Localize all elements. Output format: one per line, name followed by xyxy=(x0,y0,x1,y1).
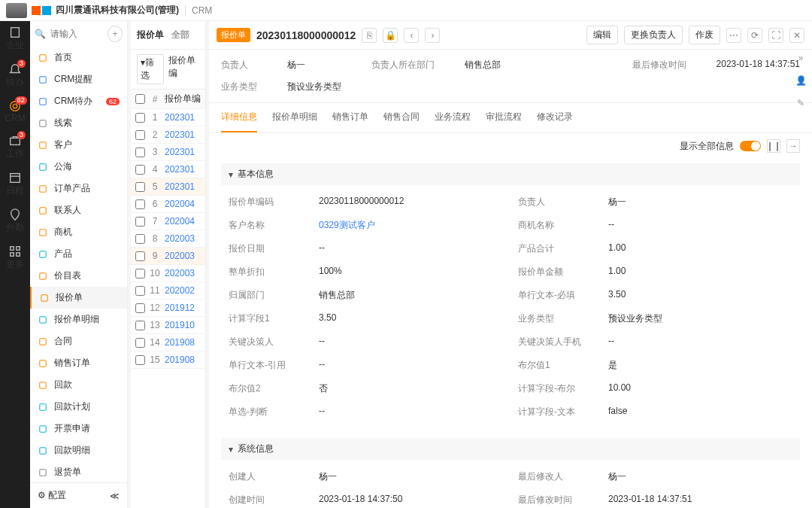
row-checkbox[interactable] xyxy=(135,148,145,157)
detail-tab[interactable]: 销售订单 xyxy=(332,103,368,132)
row-code-link[interactable]: 202003 xyxy=(165,233,195,244)
row-checkbox[interactable] xyxy=(135,199,145,209)
expand-icon[interactable]: ⛶ xyxy=(768,28,783,43)
detail-tab[interactable]: 详细信息 xyxy=(221,103,257,132)
sidebar-item[interactable]: 首页 xyxy=(30,47,127,68)
row-checkbox[interactable] xyxy=(135,217,145,227)
rail-briefcase[interactable]: 工作3 xyxy=(6,134,24,160)
rail-target[interactable]: CRM62 xyxy=(5,99,25,123)
sidebar-item[interactable]: 订单产品 xyxy=(30,178,127,199)
table-row[interactable]: 15201908 xyxy=(131,351,205,369)
table-row[interactable]: 14201908 xyxy=(131,334,205,351)
table-row[interactable]: 1202301 xyxy=(131,109,205,126)
show-all-toggle[interactable] xyxy=(740,141,761,151)
row-code-link[interactable]: 202301 xyxy=(165,181,195,192)
sidebar-item[interactable]: CRM待办62 xyxy=(30,90,127,112)
panel-edit-icon[interactable]: ✎ xyxy=(794,96,807,110)
rail-grid[interactable]: 更多 xyxy=(6,245,24,271)
row-checkbox[interactable] xyxy=(135,234,145,244)
table-row[interactable]: 6202004 xyxy=(131,196,205,213)
close-icon[interactable]: ✕ xyxy=(789,28,804,43)
section-basic[interactable]: ▾ 基本信息 xyxy=(221,163,800,185)
table-row[interactable]: 13201910 xyxy=(131,317,205,334)
table-row[interactable]: 3202301 xyxy=(131,144,205,161)
sidebar-item[interactable]: 公海 xyxy=(30,156,127,178)
row-checkbox[interactable] xyxy=(135,113,145,123)
row-checkbox[interactable] xyxy=(135,269,145,278)
detail-tab[interactable]: 业务流程 xyxy=(435,103,471,132)
panel-user-icon[interactable]: 👤 xyxy=(794,74,807,87)
select-all-checkbox[interactable] xyxy=(135,94,145,104)
sidebar-item[interactable]: 报价单 xyxy=(30,287,127,309)
row-code-link[interactable]: 202301 xyxy=(165,147,195,157)
row-checkbox[interactable] xyxy=(135,303,145,313)
rail-building[interactable]: 企业 xyxy=(6,26,24,52)
detail-tab[interactable]: 报价单明细 xyxy=(272,103,317,132)
sidebar-item[interactable]: 开票申请 xyxy=(30,418,127,440)
rail-location[interactable]: 外勤 xyxy=(6,208,24,234)
next-icon[interactable]: › xyxy=(425,28,440,43)
collapse-icon[interactable]: ≪ xyxy=(110,491,120,501)
sidebar-item[interactable]: 合同 xyxy=(30,330,127,352)
add-button[interactable]: + xyxy=(108,26,123,42)
table-row[interactable]: 9202003 xyxy=(131,248,205,265)
row-checkbox[interactable] xyxy=(135,165,145,175)
sidebar-item[interactable]: 回款计划 xyxy=(30,396,127,418)
prev-icon[interactable]: ‹ xyxy=(404,28,419,43)
edit-button[interactable]: 编辑 xyxy=(586,26,618,44)
table-row[interactable]: 2202301 xyxy=(131,126,205,144)
row-checkbox[interactable] xyxy=(135,251,145,261)
row-checkbox[interactable] xyxy=(135,130,145,140)
table-row[interactable]: 7202004 xyxy=(131,213,205,230)
row-code-link[interactable]: 201908 xyxy=(165,354,195,365)
sidebar-item[interactable]: 回款明细 xyxy=(30,440,127,461)
table-row[interactable]: 12201912 xyxy=(131,300,205,317)
row-code-link[interactable]: 202002 xyxy=(165,285,195,296)
detail-tab[interactable]: 销售合同 xyxy=(383,103,420,132)
avatar[interactable] xyxy=(6,3,27,18)
row-checkbox[interactable] xyxy=(135,286,145,296)
sidebar-item[interactable]: 退货单 xyxy=(30,461,127,482)
sidebar-item[interactable]: 价目表 xyxy=(30,265,127,287)
row-code-link[interactable]: 202004 xyxy=(165,199,195,209)
table-row[interactable]: 11202002 xyxy=(131,282,205,300)
pause-icon[interactable]: ❙❙ xyxy=(767,139,780,153)
row-checkbox[interactable] xyxy=(135,182,145,192)
sidebar-item[interactable]: CRM提醒 xyxy=(30,68,127,90)
refresh-icon[interactable]: ⟳ xyxy=(747,28,762,43)
table-row[interactable]: 5202301 xyxy=(131,178,205,196)
sidebar-item[interactable]: 销售订单 xyxy=(30,352,127,374)
more-icon[interactable]: ⋯ xyxy=(726,28,741,43)
search-input[interactable] xyxy=(50,29,103,39)
rail-calendar[interactable]: 日程 xyxy=(6,171,24,197)
row-code-link[interactable]: 202003 xyxy=(165,268,195,278)
sidebar-item[interactable]: 商机 xyxy=(30,221,127,243)
sidebar-item[interactable]: 产品 xyxy=(30,243,127,265)
section-system[interactable]: ▾ 系统信息 xyxy=(221,438,800,460)
sidebar-item[interactable]: 联系人 xyxy=(30,199,127,221)
table-row[interactable]: 4202301 xyxy=(131,161,205,178)
table-row[interactable]: 8202003 xyxy=(131,230,205,248)
detail-tab[interactable]: 修改记录 xyxy=(537,103,573,132)
row-checkbox[interactable] xyxy=(135,355,145,365)
row-code-link[interactable]: 202301 xyxy=(165,164,195,175)
change-owner-button[interactable]: 更换负责人 xyxy=(624,26,683,44)
table-row[interactable]: 10202003 xyxy=(131,265,205,282)
sidebar-item[interactable]: 回款 xyxy=(30,374,127,396)
lock-icon[interactable]: 🔒 xyxy=(383,28,398,43)
sidebar-item[interactable]: 客户 xyxy=(30,134,127,156)
row-code-link[interactable]: 202003 xyxy=(165,251,195,261)
sidebar-item[interactable]: 线索 xyxy=(30,112,127,134)
rail-bell[interactable]: 待办3 xyxy=(6,62,24,89)
row-code-link[interactable]: 202301 xyxy=(165,112,195,123)
field-value[interactable]: 0329测试客户 xyxy=(319,219,503,232)
row-code-link[interactable]: 202301 xyxy=(165,129,195,140)
list-tab-main[interactable]: 报价单 xyxy=(137,29,164,41)
list-tab-all[interactable]: 全部 xyxy=(171,29,189,41)
sidebar-item[interactable]: 报价单明细 xyxy=(30,309,127,330)
panel-collapse-icon[interactable]: » xyxy=(794,51,807,65)
filter-button[interactable]: ▾筛选 xyxy=(137,54,164,84)
row-checkbox[interactable] xyxy=(135,338,145,348)
arrow-icon[interactable]: → xyxy=(786,139,800,153)
detail-tab[interactable]: 审批流程 xyxy=(486,103,522,132)
